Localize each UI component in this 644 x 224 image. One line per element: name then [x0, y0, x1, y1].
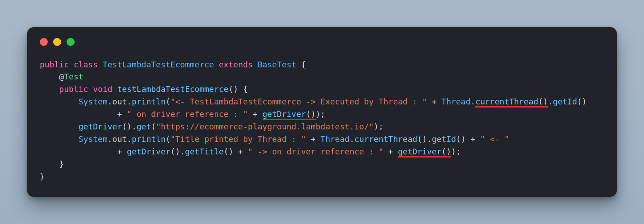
thread-class: Thread [442, 97, 471, 106]
annotation-test: Test [64, 72, 83, 81]
dot: . [548, 97, 553, 106]
string-literal: " <- " [480, 134, 509, 144]
brace-open: { [243, 84, 248, 94]
parens: () [442, 147, 452, 156]
plus-op: + [117, 147, 127, 156]
string-literal: "<- TestLambdaTestEcommerce -> Executed … [171, 97, 427, 106]
parens: () [538, 97, 548, 106]
paren-open: ( [166, 97, 171, 106]
superclass-name: BaseTest [258, 60, 297, 69]
getdriver-call: getDriver [127, 147, 171, 156]
dot: . [108, 97, 113, 106]
out-field: out [113, 134, 127, 144]
system-class: System [79, 134, 108, 144]
currentthread-call: currentThread [475, 97, 538, 106]
class-name: TestLambdaTestEcommerce [103, 60, 214, 69]
plus-op: + [117, 109, 127, 119]
dot: . [180, 147, 185, 156]
plus-op: + [306, 134, 321, 144]
close-paren-semi: ); [316, 109, 326, 119]
getid-call: getId [553, 97, 577, 106]
code-window: public class TestLambdaTestEcommerce ext… [27, 27, 617, 197]
string-literal: " -> on driver reference : " [248, 147, 383, 156]
plus-op: + [234, 147, 248, 156]
string-literal: " on driver reference : " [127, 109, 248, 119]
close-paren-semi: ); [451, 147, 461, 156]
keyword-void: void [93, 84, 112, 94]
println-call: println [132, 97, 166, 106]
system-class: System [79, 97, 108, 106]
getdriver-call: getDriver [398, 147, 442, 156]
keyword-class: class [74, 60, 98, 69]
keyword-public: public [40, 60, 69, 69]
getdriver-call: getDriver [79, 122, 122, 131]
brace-open: { [301, 60, 306, 69]
getdriver-call: getDriver [263, 109, 306, 119]
dot: . [108, 134, 113, 144]
dot: . [350, 134, 355, 144]
zoom-icon[interactable] [67, 38, 75, 46]
annotation-at: @ [59, 72, 64, 81]
dot: . [427, 134, 432, 144]
keyword-public: public [59, 84, 88, 94]
dot: . [132, 122, 137, 131]
close-paren-semi: ); [374, 122, 384, 131]
url-literal: "https://ecommerce-playground.lambdatest… [156, 122, 374, 131]
get-call: get [137, 122, 151, 131]
parens: () [417, 134, 427, 144]
paren-open: ( [166, 134, 171, 144]
plus-op: + [466, 134, 481, 144]
parens: () [577, 97, 587, 106]
gettitle-call: getTitle [185, 147, 224, 156]
minimize-icon[interactable] [53, 38, 61, 46]
thread-class: Thread [321, 134, 350, 144]
plus-op: + [384, 147, 398, 156]
plus-op: + [427, 97, 442, 106]
window-controls [40, 38, 604, 46]
code-block: public class TestLambdaTestEcommerce ext… [40, 58, 604, 183]
paren-open: ( [151, 122, 156, 131]
parens: () [306, 109, 316, 119]
dot: . [127, 134, 132, 144]
plus-op: + [248, 109, 263, 119]
currentthread-call: currentThread [354, 134, 417, 144]
brace-close: } [40, 172, 45, 181]
method-name: testLambdaTestEcommerce [117, 84, 228, 94]
brace-close: } [59, 159, 64, 169]
dot: . [127, 97, 132, 106]
string-literal: "Title printed by Thread : " [171, 134, 306, 144]
println-call: println [132, 134, 166, 144]
parens: () [229, 84, 238, 94]
keyword-extends: extends [219, 60, 253, 69]
parens: () [171, 147, 180, 156]
close-icon[interactable] [40, 38, 48, 46]
dot: . [471, 97, 476, 106]
getid-call: getId [432, 134, 456, 144]
parens: () [122, 122, 132, 131]
parens: () [456, 134, 466, 144]
out-field: out [113, 97, 127, 106]
parens: () [224, 147, 234, 156]
